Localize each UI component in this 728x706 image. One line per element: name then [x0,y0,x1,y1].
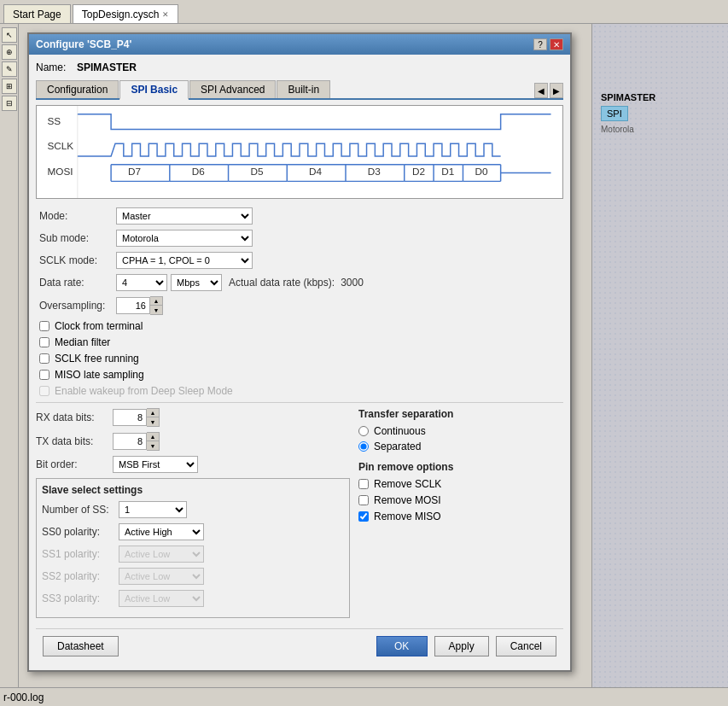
rx-data-bits-input[interactable] [113,409,147,426]
remove-sclk-label: Remove SCLK [374,478,441,490]
continuous-radio[interactable] [358,426,369,436]
tx-down-btn[interactable]: ▼ [147,441,159,450]
dialog-controls: ? ✕ [533,38,563,50]
tx-data-bits-label: TX data bits: [36,435,113,447]
data-rate-select[interactable]: 4 [116,274,167,291]
dialog-footer: Datasheet OK Apply Cancel [36,628,563,663]
enable-wakeup-row: Enable wakeup from Deep Sleep Mode [39,385,560,397]
right-column: Transfer separation Continuous Separated… [358,408,563,621]
tx-data-bits-row: TX data bits: ▲ ▼ [36,432,350,451]
miso-late-sampling-checkbox[interactable] [39,370,50,380]
data-rate-unit-select[interactable]: Mbps [171,274,222,291]
tab-spi-advanced[interactable]: SPI Advanced [189,80,276,98]
form-section: Mode: Master Sub mode: Motorola [36,207,563,397]
oversampling-down-btn[interactable]: ▼ [150,306,162,314]
datasheet-button[interactable]: Datasheet [43,636,119,656]
rx-down-btn[interactable]: ▼ [147,417,159,426]
tab-configuration[interactable]: Configuration [36,80,119,98]
sclk-mode-label: SCLK mode: [39,254,116,266]
clock-from-terminal-checkbox[interactable] [39,321,50,331]
ss3-polarity-label: SS3 polarity: [42,592,119,604]
right-panel: SPIMASTER SPI Motorola [591,24,728,706]
svg-text:D5: D5 [250,166,263,177]
oversampling-label: Oversampling: [39,300,116,312]
tx-data-bits-spinner: ▲ ▼ [113,432,160,451]
cancel-button[interactable]: Cancel [496,636,556,656]
footer-right: OK Apply Cancel [376,636,556,656]
data-rate-label: Data rate: [39,277,116,289]
ss0-polarity-label: SS0 polarity: [42,526,119,538]
rx-data-bits-row: RX data bits: ▲ ▼ [36,408,350,427]
oversampling-input[interactable] [116,297,150,314]
ss0-polarity-row: SS0 polarity: Active High Active Low [42,523,344,540]
tx-up-btn[interactable]: ▲ [147,433,159,441]
tool-btn-2[interactable]: ⊕ [2,44,17,60]
close-icon[interactable]: ✕ [162,10,169,19]
tab-start-page[interactable]: Start Page [3,4,71,23]
tool-btn-4[interactable]: ⊞ [2,79,17,94]
mode-select[interactable]: Master [116,207,253,225]
svg-text:D7: D7 [128,166,141,177]
separated-radio-label: Separated [374,441,421,452]
tab-prev-btn[interactable]: ◀ [534,83,548,98]
mode-label: Mode: [39,210,116,222]
separated-radio[interactable] [358,441,369,452]
oversampling-up-btn[interactable]: ▲ [150,297,162,306]
tab-spi-basic[interactable]: SPI Basic [119,80,189,100]
name-row: Name: SPIMASTER [36,61,563,73]
two-col-section: RX data bits: ▲ ▼ TX data bit [36,408,563,621]
oversampling-spinner: ▲ ▼ [116,296,163,315]
tx-data-bits-input[interactable] [113,433,147,450]
ss2-polarity-select[interactable]: Active Low [119,568,204,585]
remove-miso-row: Remove MISO [358,511,563,522]
number-of-ss-row: Number of SS: 1 [42,501,344,518]
svg-text:D6: D6 [192,166,205,177]
sclk-mode-select[interactable]: CPHA = 1, CPOL = 0 [116,252,253,269]
remove-sclk-checkbox[interactable] [358,479,369,489]
number-of-ss-label: Number of SS: [42,504,119,516]
inner-tab-strip: Configuration SPI Basic SPI Advanced Bui… [36,80,563,100]
mode-row: Mode: Master [39,207,560,225]
ok-button[interactable]: OK [376,636,428,656]
cursor-tool-btn[interactable]: ↖ [2,27,17,43]
number-of-ss-select[interactable]: 1 [119,501,187,518]
oversampling-row: Oversampling: ▲ ▼ [39,296,560,315]
tx-spinner-btns: ▲ ▼ [147,432,160,451]
remove-miso-checkbox[interactable] [358,511,369,522]
transfer-separation-label: Transfer separation [358,408,563,420]
dialog-help-btn[interactable]: ? [533,38,547,50]
tab-next-btn[interactable]: ▶ [550,83,563,98]
tool-btn-5[interactable]: ⊟ [2,96,17,111]
slave-select-settings-box: Slave select settings Number of SS: 1 S [36,478,350,618]
rx-data-bits-spinner: ▲ ▼ [113,408,160,427]
bit-order-select[interactable]: MSB First [113,456,198,473]
remove-mosi-row: Remove MOSI [358,494,563,506]
svg-text:SCLK: SCLK [47,140,73,151]
tab-built-in[interactable]: Built-in [277,80,330,98]
submode-select[interactable]: Motorola [116,230,253,247]
tab-top-design[interactable]: TopDesign.cysch ✕ [73,4,179,23]
remove-mosi-label: Remove MOSI [374,494,441,506]
log-path: r-000.log [3,691,44,703]
sclk-free-running-row: SCLK free running [39,353,560,365]
median-filter-checkbox[interactable] [39,337,50,347]
dialog-titlebar: Configure 'SCB_P4' ? ✕ [29,34,570,55]
ss3-polarity-select[interactable]: Active Low [119,590,204,607]
dialog-close-btn[interactable]: ✕ [550,38,563,50]
ss2-polarity-label: SS2 polarity: [42,570,119,582]
apply-button[interactable]: Apply [434,636,489,656]
dialog-title: Configure 'SCB_P4' [36,38,131,50]
tool-btn-3[interactable]: ✎ [2,61,17,77]
ss0-polarity-select[interactable]: Active High Active Low [119,523,204,540]
bottom-status-bar: r-000.log [0,687,728,706]
rx-spinner-btns: ▲ ▼ [147,408,160,427]
rx-up-btn[interactable]: ▲ [147,409,159,417]
configure-dialog: Configure 'SCB_P4' ? ✕ Name: SPIMASTER C… [27,32,572,672]
sclk-free-running-checkbox[interactable] [39,353,50,364]
median-filter-row: Median filter [39,336,560,348]
separator [36,402,563,403]
ss1-polarity-select[interactable]: Active Low [119,546,204,563]
svg-text:SS: SS [47,115,61,126]
remove-mosi-checkbox[interactable] [358,495,369,505]
enable-wakeup-checkbox[interactable] [39,386,50,396]
